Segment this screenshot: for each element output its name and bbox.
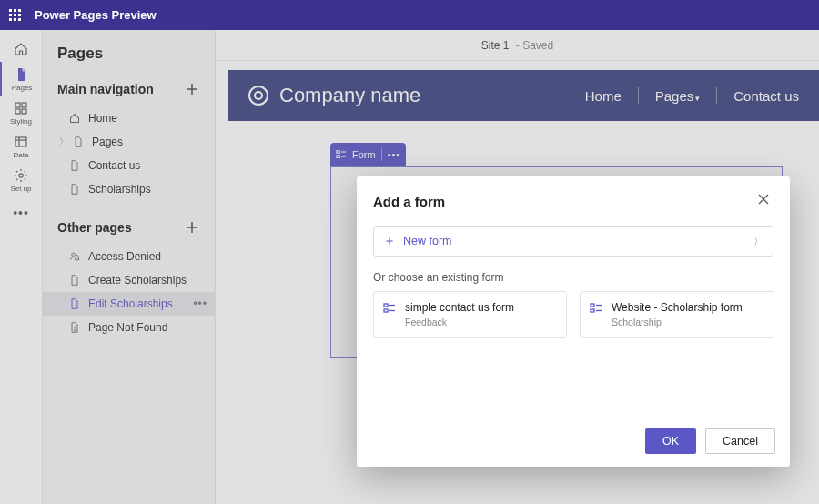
tree-label: Edit Scholarships — [88, 297, 173, 310]
plus-icon: ＋ — [383, 233, 396, 249]
breadcrumb-site: Site 1 — [481, 39, 510, 52]
svg-rect-28 — [591, 309, 594, 312]
card-subtitle: Scholarship — [612, 317, 743, 328]
svg-point-7 — [19, 174, 23, 177]
svg-rect-16 — [337, 151, 339, 154]
add-page-button[interactable] — [182, 79, 202, 99]
brand-text: Company name — [279, 84, 420, 107]
svg-rect-13 — [76, 257, 79, 260]
add-form-modal: Add a form ＋ New form 〉 Or choose an exi… — [357, 176, 790, 467]
home-icon — [14, 42, 28, 56]
chevron-right-icon: 〉 — [753, 235, 763, 248]
rail-item-more[interactable]: ••• — [0, 197, 43, 224]
modal-close-button[interactable] — [753, 189, 774, 213]
app-launcher-icon[interactable] — [9, 9, 22, 22]
tree-item-contact-us[interactable]: Contact us — [43, 154, 215, 177]
site-preview-header: Company name Home Pages▾ Contact us — [228, 70, 819, 121]
nav-home[interactable]: Home — [585, 88, 622, 104]
rail-label: Pages — [12, 84, 33, 92]
rail-label: Data — [14, 151, 29, 159]
tree-item-edit-scholarships[interactable]: Edit Scholarships ••• — [43, 292, 215, 316]
data-icon — [14, 135, 28, 149]
svg-rect-22 — [384, 304, 388, 307]
tree-label: Access Denied — [88, 250, 161, 263]
file-icon — [66, 160, 83, 171]
tree-item-pages[interactable]: 〉 Pages — [43, 130, 215, 154]
tree-item-scholarships[interactable]: Scholarships — [43, 177, 215, 201]
add-other-page-button[interactable] — [182, 217, 202, 237]
modal-title: Add a form — [373, 194, 445, 209]
ok-button[interactable]: OK — [645, 428, 696, 454]
svg-rect-2 — [15, 109, 20, 114]
svg-rect-1 — [22, 103, 26, 107]
breadcrumb-status: - Saved — [512, 39, 553, 52]
pages-panel-title: Pages — [43, 45, 215, 76]
nav-contact[interactable]: Contact us — [733, 88, 799, 104]
cancel-label: Cancel — [723, 435, 758, 448]
section-main-navigation: Main navigation — [43, 76, 215, 103]
plus-icon — [186, 221, 198, 234]
card-title: simple contact us form — [405, 301, 514, 314]
app-title: Power Pages Preview — [35, 8, 157, 22]
tree-item-more-icon[interactable]: ••• — [193, 297, 207, 310]
chip-separator — [381, 148, 382, 161]
new-form-label: New form — [403, 235, 451, 247]
card-subtitle: Feedback — [405, 317, 514, 328]
new-form-option[interactable]: ＋ New form 〉 — [373, 226, 774, 257]
svg-point-12 — [72, 253, 75, 256]
person-lock-icon — [66, 251, 83, 262]
existing-form-card[interactable]: simple contact us form Feedback — [373, 291, 567, 338]
rail-item-data[interactable]: Data — [0, 129, 43, 163]
chip-more-icon[interactable]: ••• — [388, 149, 401, 160]
svg-rect-4 — [15, 137, 26, 146]
rail-item-pages[interactable]: Pages — [0, 62, 43, 96]
section-other-pages: Other pages — [43, 214, 215, 241]
form-icon — [383, 302, 396, 328]
section-label: Main navigation — [57, 82, 154, 96]
svg-rect-0 — [15, 103, 20, 107]
home-icon — [66, 113, 83, 124]
site-brand[interactable]: Company name — [248, 84, 420, 107]
tree-label: Page Not Found — [88, 321, 167, 334]
rail-home[interactable] — [0, 36, 43, 62]
brand-logo-icon — [248, 86, 268, 106]
tree-label: Scholarships — [88, 183, 151, 196]
choose-existing-label: Or choose an existing form — [373, 271, 774, 284]
other-pages-tree: Access Denied Create Scholarships Edit S… — [43, 241, 215, 352]
main-nav-tree: Home 〉 Pages Contact us Scholarships — [43, 103, 215, 214]
nav-pages[interactable]: Pages▾ — [655, 88, 701, 104]
existing-form-card[interactable]: Website - Scholarship form Scholarship — [580, 291, 774, 338]
file-icon — [66, 275, 83, 286]
chip-label: Form — [352, 149, 376, 160]
rail-item-styling[interactable]: Styling — [0, 96, 43, 129]
card-title: Website - Scholarship form — [612, 301, 743, 314]
tree-label: Pages — [92, 136, 123, 148]
svg-rect-3 — [22, 109, 26, 114]
gear-icon — [14, 168, 28, 183]
svg-rect-24 — [384, 309, 388, 312]
tree-item-access-denied[interactable]: Access Denied — [43, 245, 215, 268]
chevron-down-icon: ▾ — [695, 94, 700, 103]
file-warning-icon — [66, 322, 83, 333]
ok-label: OK — [662, 435, 679, 448]
tree-label: Home — [88, 112, 117, 125]
rail-label: Styling — [10, 117, 32, 126]
more-icon: ••• — [13, 206, 29, 220]
rail-label: Set up — [10, 185, 31, 193]
tree-item-create-scholarships[interactable]: Create Scholarships — [43, 268, 215, 292]
pages-panel: Pages Main navigation Home 〉 Pages Conta… — [43, 30, 216, 504]
tree-item-page-not-found[interactable]: Page Not Found — [43, 316, 215, 339]
form-component-chip[interactable]: Form ••• — [330, 143, 406, 166]
close-icon — [757, 193, 770, 206]
site-nav: Home Pages▾ Contact us — [585, 87, 799, 104]
tree-item-home[interactable]: Home — [43, 106, 215, 130]
file-icon — [66, 298, 83, 309]
section-label: Other pages — [57, 220, 132, 235]
chevron-right-icon: 〉 — [57, 136, 70, 148]
rail-item-setup[interactable]: Set up — [0, 163, 43, 197]
nav-divider — [716, 87, 717, 104]
cancel-button[interactable]: Cancel — [705, 428, 775, 454]
app-header: Power Pages Preview — [0, 0, 819, 30]
tree-label: Create Scholarships — [88, 274, 187, 287]
page-icon — [15, 67, 29, 82]
